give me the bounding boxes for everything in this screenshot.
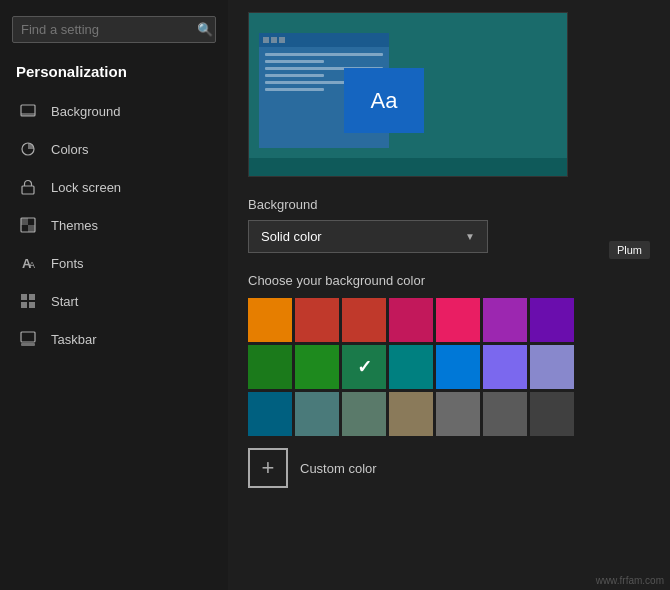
search-icon: 🔍 [197, 22, 213, 37]
background-dropdown[interactable]: Solid color ▼ [248, 220, 488, 253]
sidebar-item-start[interactable]: Start [0, 282, 228, 320]
search-input[interactable] [21, 22, 189, 37]
color-swatch[interactable] [483, 345, 527, 389]
preview-line-1 [265, 53, 383, 56]
preview-line-2 [265, 60, 324, 63]
color-swatch[interactable] [248, 298, 292, 342]
sidebar-item-themes[interactable]: Themes [0, 206, 228, 244]
main-content: Aa Background Solid color ▼ Choose your … [228, 0, 670, 590]
color-swatch[interactable] [248, 345, 292, 389]
preview-taskbar [249, 158, 567, 176]
svg-rect-11 [21, 302, 27, 308]
fonts-icon: A A [19, 254, 37, 272]
sidebar-label-colors: Colors [51, 142, 89, 157]
color-swatch[interactable] [530, 298, 574, 342]
color-swatch[interactable] [483, 298, 527, 342]
sidebar-item-taskbar[interactable]: Taskbar [0, 320, 228, 358]
svg-rect-14 [21, 343, 35, 346]
color-swatch[interactable] [436, 392, 480, 436]
color-swatch[interactable] [389, 345, 433, 389]
chevron-down-icon: ▼ [465, 231, 475, 242]
color-swatch[interactable] [342, 345, 386, 389]
svg-rect-12 [29, 302, 35, 308]
watermark: www.frfam.com [596, 575, 664, 586]
preview-container: Aa [248, 12, 568, 177]
color-swatch[interactable] [342, 392, 386, 436]
svg-rect-10 [29, 294, 35, 300]
sidebar-title: Personalization [0, 59, 228, 92]
tooltip-plum: Plum [609, 241, 650, 259]
themes-icon [19, 216, 37, 234]
sidebar-item-lock-screen[interactable]: Lock screen [0, 168, 228, 206]
color-swatch[interactable] [248, 392, 292, 436]
color-swatch[interactable] [295, 298, 339, 342]
sidebar-label-taskbar: Taskbar [51, 332, 97, 347]
svg-rect-1 [21, 113, 35, 116]
color-swatch[interactable] [342, 298, 386, 342]
sidebar: 🔍 Personalization Background Colors [0, 0, 228, 590]
color-swatch[interactable] [436, 345, 480, 389]
preview-line-6 [265, 88, 324, 91]
sidebar-item-fonts[interactable]: A A Fonts [0, 244, 228, 282]
color-grid [248, 298, 650, 436]
colors-icon [19, 140, 37, 158]
color-swatch[interactable] [436, 298, 480, 342]
sidebar-item-background[interactable]: Background [0, 92, 228, 130]
sidebar-label-themes: Themes [51, 218, 98, 233]
color-swatch[interactable] [483, 392, 527, 436]
preview-line-4 [265, 74, 324, 77]
color-swatch[interactable] [295, 392, 339, 436]
preview-aa-box: Aa [344, 68, 424, 133]
sidebar-item-colors[interactable]: Colors [0, 130, 228, 168]
svg-rect-5 [21, 218, 28, 225]
color-swatch[interactable] [389, 298, 433, 342]
sidebar-label-background: Background [51, 104, 120, 119]
dropdown-value: Solid color [261, 229, 322, 244]
sidebar-label-fonts: Fonts [51, 256, 84, 271]
color-section-label: Choose your background color Plum [248, 273, 650, 288]
svg-rect-9 [21, 294, 27, 300]
background-icon [19, 102, 37, 120]
color-swatch[interactable] [530, 392, 574, 436]
svg-rect-13 [21, 332, 35, 342]
color-swatch[interactable] [295, 345, 339, 389]
lock-screen-icon [19, 178, 37, 196]
custom-color-button[interactable]: + Custom color [248, 448, 650, 488]
sidebar-label-lock-screen: Lock screen [51, 180, 121, 195]
preview-titlebar [259, 33, 389, 47]
color-swatch[interactable] [389, 392, 433, 436]
plus-icon: + [248, 448, 288, 488]
svg-rect-3 [22, 186, 34, 194]
start-icon [19, 292, 37, 310]
svg-text:A: A [29, 260, 35, 270]
sidebar-label-start: Start [51, 294, 78, 309]
search-box[interactable]: 🔍 [12, 16, 216, 43]
custom-color-label: Custom color [300, 461, 377, 476]
svg-rect-6 [28, 225, 35, 232]
color-swatch[interactable] [530, 345, 574, 389]
taskbar-icon [19, 330, 37, 348]
background-section-label: Background [248, 197, 650, 212]
